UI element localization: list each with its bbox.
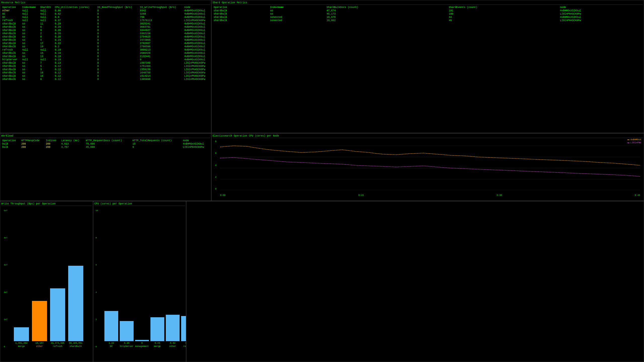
col-io-read: IO_ReadThroughput (B/s) [96, 6, 139, 9]
write-bar [68, 266, 83, 341]
workload-panel: Workload Operation HTTPRespCode Indices … [0, 133, 211, 201]
write-bar-group: 21,474,326refresh [50, 288, 65, 348]
resource-metrics-cell: null [21, 9, 39, 12]
resource-metrics-cell: 2472865 [139, 38, 183, 42]
resource-metrics-cell: so [21, 32, 39, 35]
resource-metrics-cell: 4vBHMOxXSIKkul [183, 16, 210, 19]
resource-metrics-cell: 0 [96, 38, 139, 42]
resource-metrics-cell: LI9lnPN4SCK0Fw [183, 78, 210, 81]
shard-metrics-cell: sonested [269, 16, 326, 19]
wl-col-reqdocs: HTTP_RequestDocs (count) [85, 139, 132, 142]
resource-metrics-title: Resource Metrics [1, 1, 210, 5]
shard-col-indexname: IndexName [269, 6, 326, 9]
shard-metrics-cell: shardbulk [213, 12, 269, 16]
resource-metrics-cell: shardbulk [1, 78, 21, 81]
col-node: node [183, 6, 210, 9]
shard-metrics-cell: 45,173 [326, 12, 448, 16]
cpu-operation-panel: CPU (cores) per Operation 0 2 4 6 8 10 1… [93, 201, 186, 362]
resource-metrics-cell: 1514214 [139, 74, 183, 78]
resource-metrics-cell: shardbulk [1, 71, 21, 74]
resource-metrics-cell: so [21, 38, 39, 42]
main-container: Resource Metrics Operation IndexName Sha… [0, 0, 644, 362]
resource-metrics-cell: 0.26 [54, 32, 96, 35]
resource-metrics-cell: 1751463 [139, 65, 183, 68]
resource-metrics-cell: 9 [39, 29, 54, 32]
workload-cell: bulk [1, 146, 20, 149]
resource-metrics-cell: 19 [39, 45, 54, 48]
cpu-operation-title: CPU (cores) per Operation [94, 202, 185, 206]
wl-col-totalreq: HTTP_TotalRequests (count) [132, 139, 182, 142]
shard-metrics-cell: LI9lnPN4SCK0Fw [559, 12, 643, 16]
resource-metrics-cell: 7 [39, 61, 54, 65]
resource-metrics-cell: 4vBHMOxXSIKkul [183, 35, 210, 38]
resource-metrics-cell: 3 [39, 68, 54, 71]
bar-value: 1,301,392 [15, 342, 28, 344]
resource-metrics-cell: 18 [39, 71, 54, 74]
resource-metrics-cell: shardbulk [1, 55, 21, 58]
resource-metrics-cell: 2080428 [139, 52, 183, 55]
resource-metrics-cell: other [1, 9, 21, 12]
resource-metrics-cell: 0.12 [54, 68, 96, 71]
workload-cell: 4vBHMOxXSIKkul [182, 142, 210, 146]
resource-metrics-cell: 0 [96, 16, 139, 19]
resource-metrics-cell: 16 [39, 74, 54, 78]
resource-metrics-cell: 0 [96, 12, 139, 16]
shard-metrics-cell: shardbulk [213, 16, 269, 19]
cpu-bar-label: refresh [183, 345, 186, 348]
cpu-bar [150, 317, 164, 341]
col-io-write: IO_WriteThroughput (B/s) [139, 6, 183, 9]
write-bar [32, 301, 47, 341]
wl-col-http: HTTPRespCode [20, 139, 45, 142]
resource-metrics-cell: 0 [96, 74, 139, 78]
empty-right-panel [186, 201, 644, 362]
resource-metrics-cell: null [21, 12, 39, 16]
y-label-8: 8 [215, 140, 216, 143]
resource-metrics-cell: 0.26 [54, 35, 96, 38]
cpu-bar-value: 0.18 [124, 342, 130, 344]
resource-metrics-cell: 0.26 [54, 29, 96, 32]
resource-metrics-cell: 4vBHMOxXSIKkul [183, 55, 210, 58]
resource-metrics-cell: 799 [139, 16, 183, 19]
resource-metrics-cell: 0.12 [54, 78, 96, 81]
cpu-bar-group: 0.92other [166, 315, 180, 348]
resource-metrics-cell: 0.19 [54, 48, 96, 52]
cpu-bar-label: httpServer [120, 345, 133, 348]
resource-metrics-cell: 0 [96, 58, 139, 61]
resource-metrics-cell: 1597340 [139, 61, 183, 65]
resource-metrics-cell: shardbulk [1, 25, 21, 29]
resource-metrics-cell: 0 [96, 61, 139, 65]
write-throughput-panel: Write Throughput (Bps) per Operation 0 1… [0, 201, 93, 362]
resource-metrics-cell: 0.12 [54, 74, 96, 78]
resource-metrics-cell: 1559159 [139, 68, 183, 71]
resource-metrics-cell: 3344927 [139, 29, 183, 32]
resource-metrics-cell: 0 [96, 42, 139, 45]
cpu-bar-group: 0.43merge [150, 317, 164, 348]
workload-cell: LI9lnPN4SCK0Fw [182, 146, 210, 149]
resource-metrics-cell: LI9lnPN4SCK0Fw [183, 19, 210, 22]
resource-metrics-cell: 0 [96, 45, 139, 48]
resource-metrics-cell: refresh [1, 19, 21, 22]
resource-metrics-cell: 1385898 [139, 78, 183, 81]
shard-metrics-cell: LI9lnPN4SCK0Fw [559, 19, 643, 22]
resource-metrics-cell: 2786596 [139, 45, 183, 48]
resource-metrics-cell: 0.62 [54, 12, 96, 16]
resource-metrics-cell: 2794825 [139, 35, 183, 38]
col-shardid: ShardID [39, 6, 54, 9]
x-label-45: 0:45 [635, 194, 640, 197]
resource-metrics-cell: shardbulk [1, 74, 21, 78]
resource-metrics-cell: 2132441 [139, 55, 183, 58]
resource-metrics-cell: 0 [96, 78, 139, 81]
resource-metrics-cell: shardbulk [1, 29, 21, 32]
resource-metrics-cell: 0.18 [54, 52, 96, 55]
resource-metrics-cell: 0.22 [54, 42, 96, 45]
resource-metrics-cell: 0.12 [54, 71, 96, 74]
bar-value: 21,474,326 [51, 342, 64, 344]
workload-cell: 75,000 [85, 142, 132, 146]
x-axis: 0:00 0:15 0:30 0:45 [220, 194, 640, 197]
y-axis: 0 2 4 6 8 [215, 140, 216, 190]
resource-metrics-cell: 0 [96, 22, 139, 25]
resource-metrics-cell: shardbulk [1, 61, 21, 65]
top-row: Resource Metrics Operation IndexName Sha… [0, 0, 644, 133]
resource-metrics-cell: null [21, 48, 39, 52]
col-indexname: IndexName [21, 6, 39, 9]
